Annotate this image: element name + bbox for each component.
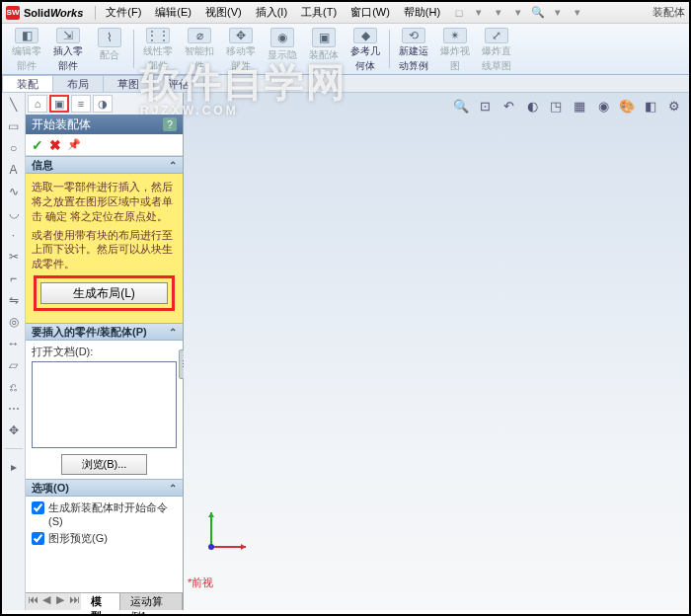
tool-point-icon[interactable]: ·	[6, 227, 22, 243]
hide-show-icon[interactable]: ◉	[594, 97, 612, 115]
section-view-icon[interactable]: ◐	[523, 97, 541, 115]
panel-tab-display-manager[interactable]: ◑	[93, 95, 113, 113]
insert-component-icon: ⇲	[56, 28, 80, 43]
tool-line-icon[interactable]: ╲	[6, 97, 22, 113]
sketch-toolbar: ╲ ▭ ○ A ∿ ◡ · ✂ ⌐ ⇋ ◎ ↔ ▱ ⎌ ⋯ ✥ ▸	[2, 93, 26, 610]
pm-header: 开始装配体 ?	[26, 115, 183, 134]
cm-tabs: 装配 布局 草图 评估	[2, 75, 689, 93]
apply-scene-icon[interactable]: ◧	[642, 97, 659, 115]
menu-view[interactable]: 视图(V)	[199, 3, 248, 22]
qa-new-icon[interactable]: □	[452, 6, 466, 20]
ok-icon[interactable]: ✓	[32, 137, 43, 153]
cancel-icon[interactable]: ✖	[49, 137, 61, 153]
tool-arc-icon[interactable]: ◡	[6, 205, 22, 221]
ribbon-smart-fasteners[interactable]: ⌀智能扣件	[179, 26, 220, 72]
qa-print-icon[interactable]: ▾	[511, 6, 525, 20]
qa-save-icon[interactable]: ▾	[492, 6, 505, 20]
zoom-fit-icon[interactable]: 🔍	[452, 97, 470, 115]
qa-rebuild-icon[interactable]: ▾	[551, 6, 565, 20]
qa-options-icon[interactable]: ▾	[571, 6, 584, 20]
section-parts-header[interactable]: 要插入的零件/装配体(P)⌃	[26, 323, 183, 341]
ribbon-explode-line-sketch[interactable]: ⤢爆炸直线草图	[476, 26, 517, 72]
zoom-area-icon[interactable]: ⊡	[476, 97, 494, 115]
cm-tab-sketch[interactable]: 草图	[103, 75, 154, 92]
edit-appearance-icon[interactable]: 🎨	[618, 97, 636, 115]
menu-help[interactable]: 帮助(H)	[398, 3, 446, 22]
option-start-command[interactable]: 生成新装配体时开始命令(S)	[32, 500, 177, 527]
section-info-header[interactable]: 信息⌃	[26, 156, 183, 174]
bottom-tab-model[interactable]: 模型	[81, 593, 120, 610]
tool-rectangle-icon[interactable]: ▭	[6, 118, 22, 134]
svg-marker-3	[208, 512, 214, 517]
graphics-viewport[interactable]: 🔍 ⊡ ↶ ◐ ◳ ▦ ◉ 🎨 ◧ ⚙ *前视	[184, 93, 689, 610]
tool-expand-icon[interactable]: ▸	[6, 459, 22, 475]
linear-pattern-icon: ⋮⋮	[146, 28, 170, 43]
ribbon-move-component[interactable]: ✥移动零部件	[220, 26, 262, 72]
option-graphic-preview-checkbox[interactable]	[32, 532, 44, 545]
help-icon[interactable]: ?	[163, 117, 177, 131]
qa-search-icon[interactable]: 🔍	[531, 6, 545, 20]
tab-scroll-first-icon[interactable]: ⏮	[26, 593, 39, 610]
property-manager-panel: ⌂ ▣ ≡ ◑ 开始装配体 ? ✓ ✖ 📌 信息⌃ 选取一零部件进行插入，然后将…	[26, 93, 184, 610]
cm-tab-layout[interactable]: 布局	[52, 75, 104, 92]
tool-mirror-icon[interactable]: ⇋	[6, 292, 22, 308]
qa-open-icon[interactable]: ▾	[472, 6, 486, 20]
content-area: ╲ ▭ ○ A ∿ ◡ · ✂ ⌐ ⇋ ◎ ↔ ▱ ⎌ ⋯ ✥ ▸ ⌂ ▣ ≡ …	[2, 93, 689, 610]
chevron-up-icon: ⌃	[169, 327, 177, 338]
options-section: 生成新装配体时开始命令(S) 图形预览(G)	[26, 497, 183, 554]
panel-tab-feature-tree[interactable]: ⌂	[28, 95, 47, 113]
cm-tab-assembly[interactable]: 装配	[2, 75, 53, 92]
open-documents-listbox[interactable]	[32, 361, 177, 448]
tool-pattern-icon[interactable]: ⋯	[6, 401, 22, 417]
ribbon-mate[interactable]: ⌇配合	[89, 26, 130, 72]
toolbar-separator	[5, 448, 23, 453]
tool-spline-icon[interactable]: ∿	[6, 184, 22, 199]
tab-scroll-last-icon[interactable]: ⏭	[67, 593, 81, 610]
ribbon-insert-component[interactable]: ⇲插入零部件	[47, 26, 89, 72]
view-orientation-icon[interactable]: ◳	[547, 97, 565, 115]
open-doc-label: 打开文档(D):	[32, 345, 177, 359]
tab-scroll-prev-icon[interactable]: ◀	[39, 593, 53, 610]
tool-circle-icon[interactable]: ○	[6, 140, 22, 156]
mate-icon: ⌇	[98, 28, 121, 47]
tool-dimension-icon[interactable]: ↔	[6, 336, 22, 351]
ribbon-exploded-view[interactable]: ✴爆炸视图	[434, 26, 476, 72]
pin-icon[interactable]: 📌	[67, 138, 81, 151]
option-graphic-preview[interactable]: 图形预览(G)	[32, 531, 177, 546]
tool-move-icon[interactable]: ✥	[6, 423, 22, 438]
panel-tabs: ⌂ ▣ ≡ ◑	[26, 93, 183, 115]
panel-tab-config-manager[interactable]: ≡	[71, 95, 91, 113]
section-options-header[interactable]: 选项(O)⌃	[26, 479, 183, 497]
tool-text-icon[interactable]: A	[6, 162, 22, 178]
ribbon-separator	[389, 30, 390, 68]
browse-button[interactable]: 浏览(B)...	[61, 454, 148, 475]
panel-tab-property-manager[interactable]: ▣	[49, 95, 69, 113]
tool-trim-icon[interactable]: ✂	[6, 249, 22, 265]
tool-convert-icon[interactable]: ⎌	[6, 379, 22, 395]
ribbon-assembly-features[interactable]: ▣装配体	[303, 26, 345, 72]
option-start-command-checkbox[interactable]	[32, 501, 44, 514]
ribbon-edit-component[interactable]: ◧编辑零部件	[6, 26, 47, 72]
tool-plane-icon[interactable]: ▱	[6, 357, 22, 373]
previous-view-icon[interactable]: ↶	[499, 97, 517, 115]
menu-tools[interactable]: 工具(T)	[295, 3, 343, 22]
menu-insert[interactable]: 插入(I)	[250, 3, 293, 22]
display-style-icon[interactable]: ▦	[571, 97, 588, 115]
motion-study-icon: ⟲	[402, 28, 425, 43]
ribbon-new-motion-study[interactable]: ⟲新建运动算例	[393, 26, 434, 72]
menu-window[interactable]: 窗口(W)	[345, 3, 396, 22]
heads-up-view-toolbar: 🔍 ⊡ ↶ ◐ ◳ ▦ ◉ 🎨 ◧ ⚙	[452, 97, 683, 115]
tab-scroll-next-icon[interactable]: ▶	[53, 593, 67, 610]
bottom-tab-motion-study[interactable]: 运动算例1	[120, 593, 183, 610]
tool-fillet-icon[interactable]: ⌐	[6, 270, 22, 286]
generate-layout-button[interactable]: 生成布局(L)	[40, 282, 168, 304]
ribbon-show-hide[interactable]: ◉显示隐	[262, 26, 303, 72]
menu-edit[interactable]: 编辑(E)	[149, 3, 197, 22]
menu-file[interactable]: 文件(F)	[100, 3, 147, 22]
ribbon-reference-geometry[interactable]: ◆参考几何体	[345, 26, 386, 72]
view-settings-icon[interactable]: ⚙	[665, 97, 683, 115]
cm-tab-evaluate[interactable]: 评估	[153, 75, 204, 92]
ribbon-linear-pattern[interactable]: ⋮⋮线性零部件	[137, 26, 179, 72]
tool-offset-icon[interactable]: ◎	[6, 314, 22, 330]
panel-spacer	[26, 554, 183, 592]
